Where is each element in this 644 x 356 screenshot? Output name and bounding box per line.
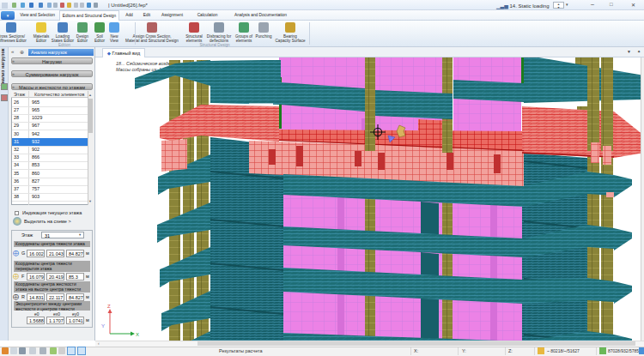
- svg-text:Y: Y: [101, 323, 105, 329]
- svg-text:X: X: [136, 332, 139, 337]
- svg-text:Z: Z: [107, 304, 111, 309]
